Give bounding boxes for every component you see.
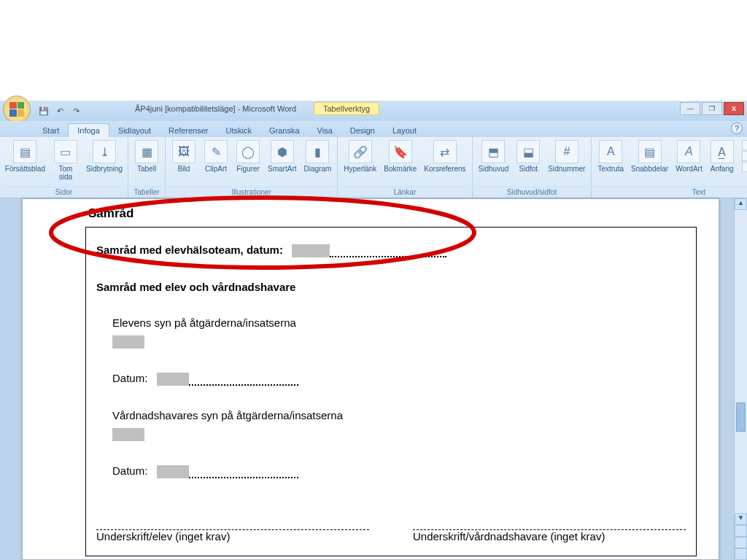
date-icon bbox=[742, 151, 747, 161]
tab-referenser[interactable]: Referenser bbox=[160, 124, 217, 137]
minimize-button[interactable]: — bbox=[680, 102, 700, 115]
btn-sidbrytning[interactable]: ⤓Sidbrytning bbox=[84, 139, 125, 174]
hyperlink-icon: 🔗 bbox=[349, 140, 372, 163]
shapes-icon: ◯ bbox=[236, 140, 260, 163]
tab-utskick[interactable]: Utskick bbox=[217, 124, 260, 137]
btn-signaturrad[interactable]: Signaturrad ▾ bbox=[742, 140, 747, 150]
group-lankar: 🔗Hyperlänk 🔖Bokmärke ⇄Korsreferens Länka… bbox=[338, 137, 472, 198]
crossref-icon: ⇄ bbox=[433, 140, 457, 163]
btn-textruta[interactable]: ATextruta bbox=[595, 139, 627, 174]
group-label-tabeller: Tabeller bbox=[131, 187, 162, 198]
btn-sidnummer[interactable]: #Sidnummer bbox=[545, 139, 588, 174]
browse-prev-icon[interactable] bbox=[735, 525, 747, 537]
tab-start[interactable]: Start bbox=[34, 124, 68, 137]
btn-bokmarke[interactable]: 🔖Bokmärke bbox=[381, 139, 419, 174]
group-sidhuvudfot: ⬒Sidhuvud ⬓Sidfot #Sidnummer Sidhuvud/si… bbox=[473, 137, 592, 198]
chart-icon: ▮ bbox=[306, 140, 329, 163]
field-datum-1[interactable] bbox=[157, 373, 189, 386]
pagenum-icon: # bbox=[555, 140, 578, 163]
ribbon-tabstrip: Start Infoga Sidlayout Referenser Utskic… bbox=[0, 121, 747, 137]
btn-bild[interactable]: 🖼Bild bbox=[169, 139, 199, 174]
office-button[interactable] bbox=[3, 96, 31, 123]
close-button[interactable]: X bbox=[724, 102, 744, 115]
quick-access-toolbar: 💾 ↶ ↷ bbox=[34, 105, 86, 117]
row-samrad-elev: Samråd med elev och vårdnadshavare bbox=[96, 281, 686, 293]
group-text: ATextruta ▤Snabbdelar AWordArt A̲Anfang … bbox=[592, 137, 747, 198]
tab-layout[interactable]: Layout bbox=[384, 124, 425, 137]
page-break-icon: ⤓ bbox=[93, 140, 116, 163]
undo-icon[interactable]: ↶ bbox=[54, 105, 66, 117]
ribbon: ▤Försättsblad ▭Tom sida ⤓Sidbrytning Sid… bbox=[0, 137, 747, 198]
help-icon[interactable]: ? bbox=[731, 122, 743, 134]
wordart-icon: A bbox=[677, 140, 700, 163]
browse-next-icon[interactable] bbox=[735, 548, 747, 560]
browse-object-icon[interactable] bbox=[735, 537, 747, 548]
vertical-scrollbar[interactable]: ▲ ▼ bbox=[734, 198, 747, 560]
object-icon bbox=[742, 162, 747, 172]
field-samrad-date[interactable] bbox=[292, 244, 330, 257]
document-page[interactable]: Samråd Samråd med elevhälsoteam, datum: … bbox=[22, 198, 719, 560]
office-logo-icon bbox=[9, 102, 24, 117]
clipart-icon: ✎ bbox=[204, 140, 228, 163]
field-elev-syn[interactable] bbox=[112, 335, 144, 349]
label-sig-elev: Underskrift/elev (inget krav) bbox=[96, 530, 369, 542]
window-controls: — ❐ X bbox=[678, 102, 744, 115]
bookmark-icon: 🔖 bbox=[389, 140, 412, 163]
dot-underline-2 bbox=[189, 384, 298, 386]
group-tabeller: ▦Tabell Tabeller bbox=[128, 137, 166, 198]
btn-wordart[interactable]: AWordArt bbox=[673, 139, 705, 174]
smartart-icon: ⬢ bbox=[271, 140, 294, 163]
btn-hyperlank[interactable]: 🔗Hyperlänk bbox=[341, 139, 379, 174]
window-title: ÅP4juni [kompatibilitetsläge] - Microsof… bbox=[135, 104, 296, 113]
field-datum-2[interactable] bbox=[157, 465, 189, 478]
header-icon: ⬒ bbox=[481, 140, 505, 163]
btn-forsattsblad[interactable]: ▤Försättsblad bbox=[3, 139, 47, 174]
tab-sidlayout[interactable]: Sidlayout bbox=[109, 124, 160, 137]
document-workspace: Samråd Samråd med elevhälsoteam, datum: … bbox=[0, 198, 747, 560]
contextual-tab-label: Tabellverktyg bbox=[314, 102, 379, 115]
tab-infoga[interactable]: Infoga bbox=[68, 123, 109, 137]
row-vardhav-syn: Vårdnadshavares syn på åtgärderna/insats… bbox=[112, 409, 686, 421]
btn-snabbdelar[interactable]: ▤Snabbdelar bbox=[628, 139, 671, 174]
footer-icon: ⬓ bbox=[516, 140, 540, 163]
btn-objekt[interactable]: Objekt ▾ bbox=[742, 162, 747, 172]
scroll-up-icon[interactable]: ▲ bbox=[735, 198, 747, 210]
textbox-icon: A bbox=[599, 140, 622, 163]
scroll-thumb[interactable] bbox=[736, 402, 746, 432]
btn-diagram[interactable]: ▮Diagram bbox=[301, 139, 335, 174]
group-label-text: Text bbox=[595, 187, 747, 198]
field-vardhav-syn[interactable] bbox=[112, 428, 144, 441]
group-label-lankar: Länkar bbox=[341, 187, 468, 198]
row-datum-1: Datum: bbox=[112, 372, 686, 386]
btn-anfang[interactable]: A̲Anfang bbox=[707, 139, 738, 174]
dot-underline bbox=[330, 256, 446, 257]
btn-tom-sida[interactable]: ▭Tom sida bbox=[49, 139, 82, 182]
btn-korsreferens[interactable]: ⇄Korsreferens bbox=[421, 139, 468, 174]
scroll-down-icon[interactable]: ▼ bbox=[735, 513, 747, 525]
label-samrad-team: Samråd med elevhälsoteam, datum: bbox=[96, 244, 283, 256]
table-icon: ▦ bbox=[135, 140, 158, 163]
save-icon[interactable]: 💾 bbox=[38, 105, 50, 117]
document-content[interactable]: Samråd Samråd med elevhälsoteam, datum: … bbox=[85, 206, 697, 560]
btn-sidhuvud[interactable]: ⬒Sidhuvud bbox=[476, 139, 512, 174]
samrad-frame: Samråd med elevhälsoteam, datum: Samråd … bbox=[85, 227, 697, 556]
redo-icon[interactable]: ↷ bbox=[70, 105, 82, 117]
btn-figurer[interactable]: ◯Figurer bbox=[233, 139, 263, 174]
btn-tabell[interactable]: ▦Tabell bbox=[131, 139, 162, 174]
btn-smartart[interactable]: ⬢SmartArt bbox=[265, 139, 299, 174]
signature-icon bbox=[742, 140, 747, 150]
maximize-button[interactable]: ❐ bbox=[702, 102, 722, 115]
btn-sidfot[interactable]: ⬓Sidfot bbox=[513, 139, 543, 174]
btn-clipart[interactable]: ✎ClipArt bbox=[201, 139, 231, 174]
cover-page-icon: ▤ bbox=[13, 140, 36, 163]
row-datum-2: Datum: bbox=[112, 464, 686, 478]
tab-design[interactable]: Design bbox=[341, 124, 384, 137]
row-samrad-team: Samråd med elevhälsoteam, datum: bbox=[96, 244, 686, 257]
tab-granska[interactable]: Granska bbox=[260, 124, 309, 137]
group-sidor: ▤Försättsblad ▭Tom sida ⤓Sidbrytning Sid… bbox=[0, 137, 128, 198]
tab-visa[interactable]: Visa bbox=[309, 124, 341, 137]
quickparts-icon: ▤ bbox=[638, 140, 662, 163]
group-label-sidor: Sidor bbox=[3, 187, 125, 198]
btn-datum[interactable]: Datum och tid bbox=[742, 151, 747, 161]
title-bar: 💾 ↶ ↷ ÅP4juni [kompatibilitetsläge] - Mi… bbox=[0, 101, 747, 121]
